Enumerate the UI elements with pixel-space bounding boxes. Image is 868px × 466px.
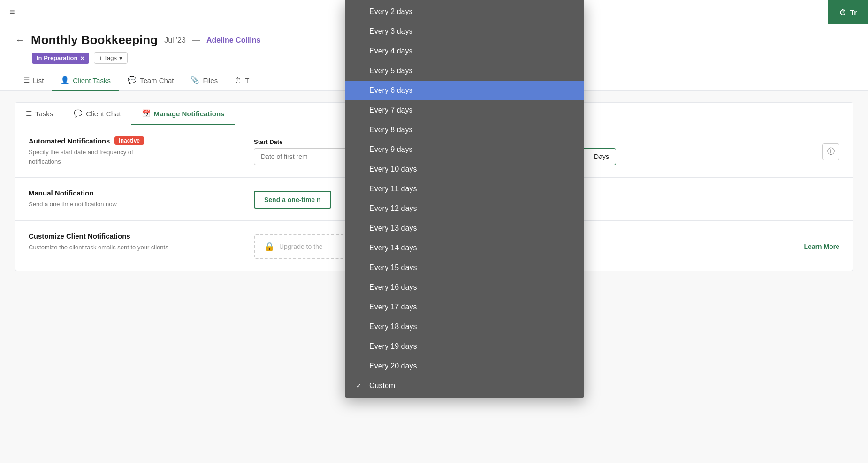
client-name: Adeline Collins (206, 36, 261, 45)
tab-files-label: Files (203, 76, 218, 84)
frequency-dropdown[interactable]: Every 2 daysEvery 3 daysEvery 4 daysEver… (345, 0, 584, 398)
tab-files[interactable]: 📎 Files (182, 70, 226, 91)
sub-tab-client-chat[interactable]: 💬 Client Chat (63, 103, 131, 125)
timer-icon: ⏱ (235, 76, 242, 84)
tab-timer[interactable]: ⏱ T (226, 70, 258, 91)
dropdown-item-18[interactable]: Every 20 days (345, 356, 584, 376)
dropdown-item-6[interactable]: Every 8 days (345, 120, 584, 140)
dropdown-item-11[interactable]: Every 13 days (345, 218, 584, 238)
dropdown-item-15[interactable]: Every 17 days (345, 297, 584, 317)
tags-button[interactable]: + Tags ▾ (94, 52, 128, 64)
dropdown-item-label: Every 17 days (369, 303, 417, 311)
sub-tab-tasks-label: Tasks (35, 110, 53, 118)
dropdown-item-label: Every 2 days (369, 8, 412, 16)
hamburger-icon[interactable]: ≡ (9, 7, 15, 17)
dropdown-item-label: Every 7 days (369, 106, 412, 114)
dropdown-item-13[interactable]: Every 15 days (345, 258, 584, 278)
every-unit-selector[interactable]: Days (587, 148, 616, 165)
chat-icon: 💬 (128, 76, 137, 84)
sub-tab-client-chat-label: Client Chat (86, 110, 121, 118)
automated-title: Automated Notifications (29, 137, 110, 145)
tab-team-chat-label: Team Chat (140, 76, 174, 84)
dropdown-item-label: Every 19 days (369, 342, 417, 351)
automated-left: Automated Notifications Inactive Specify… (29, 136, 254, 166)
start-date-group: Start Date (254, 138, 348, 165)
dropdown-item-12[interactable]: Every 14 days (345, 238, 584, 258)
tab-list-label: List (33, 76, 44, 84)
start-date-label: Start Date (254, 138, 348, 145)
dropdown-item-2[interactable]: Every 4 days (345, 41, 584, 61)
dropdown-item-4[interactable]: Every 6 days (345, 81, 584, 100)
dropdown-item-label: Every 4 days (369, 47, 412, 55)
dropdown-item-label: Custom (369, 382, 395, 390)
dropdown-item-label: Every 12 days (369, 204, 417, 213)
sub-tab-tasks[interactable]: ☰ Tasks (15, 103, 63, 125)
dropdown-item-label: Every 14 days (369, 244, 417, 252)
dropdown-item-3[interactable]: Every 5 days (345, 61, 584, 81)
sub-tab-manage-notifications-label: Manage Notifications (154, 110, 225, 118)
tracker-label: Tr (850, 8, 857, 16)
status-badge[interactable]: In Preparation × (32, 53, 89, 64)
start-date-input[interactable] (254, 148, 348, 165)
tags-label: + Tags (99, 54, 117, 61)
calendar-icon: 📅 (142, 109, 151, 118)
customize-desc: Customize the client task emails sent to… (29, 243, 254, 252)
dropdown-item-0[interactable]: Every 2 days (345, 2, 584, 22)
dropdown-item-label: Every 16 days (369, 283, 417, 292)
dropdown-item-16[interactable]: Every 18 days (345, 317, 584, 337)
dropdown-item-label: Every 6 days (369, 86, 412, 95)
dropdown-item-1[interactable]: Every 3 days (345, 22, 584, 41)
dropdown-item-9[interactable]: Every 11 days (345, 179, 584, 199)
tasks-icon: ☰ (26, 109, 32, 118)
tracker-button[interactable]: ⏱ Tr (828, 0, 868, 24)
paperclip-icon: 📎 (190, 76, 199, 84)
dropdown-item-label: Every 9 days (369, 145, 412, 154)
tab-client-tasks-label: Client Tasks (73, 76, 111, 84)
dropdown-item-label: Every 8 days (369, 126, 412, 134)
dropdown-item-7[interactable]: Every 9 days (345, 140, 584, 159)
automated-title-row: Automated Notifications Inactive (29, 136, 254, 145)
inactive-badge: Inactive (114, 136, 144, 145)
tab-team-chat[interactable]: 💬 Team Chat (119, 70, 183, 91)
tab-list[interactable]: ☰ List (15, 70, 52, 91)
dropdown-item-label: Every 20 days (369, 362, 417, 370)
clock-icon: ⏱ (839, 8, 846, 16)
send-notification-button[interactable]: Send a one-time n (254, 191, 331, 209)
dropdown-item-label: Every 15 days (369, 263, 417, 272)
chevron-down-icon: ▾ (119, 54, 122, 61)
customize-title-row: Customize Client Notifications (29, 232, 254, 240)
dropdown-item-label: Every 10 days (369, 165, 417, 173)
automated-desc: Specify the start date and frequency of … (29, 148, 254, 166)
sub-tab-manage-notifications[interactable]: 📅 Manage Notifications (131, 103, 235, 125)
lock-icon: 🔒 (264, 241, 274, 252)
dropdown-item-8[interactable]: Every 10 days (345, 159, 584, 179)
dropdown-item-19[interactable]: ✓Custom (345, 376, 584, 396)
manual-title-row: Manual Notification (29, 189, 254, 197)
dropdown-item-17[interactable]: Every 19 days (345, 337, 584, 356)
page-title: Monthly Bookkeeping (31, 33, 158, 47)
dropdown-item-label: Every 3 days (369, 27, 412, 36)
dropdown-item-label: Every 13 days (369, 224, 417, 233)
back-button[interactable]: ← (15, 35, 24, 45)
date-range: Jul '23 (164, 36, 186, 45)
manual-desc: Send a one time notification now (29, 200, 254, 209)
tab-timer-label: T (245, 76, 249, 84)
list-icon: ☰ (23, 76, 30, 84)
manual-title: Manual Notification (29, 189, 93, 197)
status-label: In Preparation (37, 54, 77, 61)
dash-separator: — (192, 36, 200, 45)
customize-title: Customize Client Notifications (29, 232, 130, 240)
info-button[interactable]: ⓘ (822, 143, 839, 160)
manual-left: Manual Notification Send a one time noti… (29, 189, 254, 209)
client-chat-icon: 💬 (74, 109, 83, 118)
dropdown-item-label: Every 5 days (369, 67, 412, 75)
dropdown-item-label: Every 18 days (369, 323, 417, 331)
upgrade-text: Upgrade to the (279, 243, 323, 250)
dropdown-item-5[interactable]: Every 7 days (345, 100, 584, 120)
check-icon: ✓ (356, 382, 365, 390)
dropdown-item-14[interactable]: Every 16 days (345, 278, 584, 297)
tab-client-tasks[interactable]: 👤 Client Tasks (52, 70, 119, 91)
learn-more-link[interactable]: Learn More (804, 243, 839, 250)
status-remove-icon[interactable]: × (80, 54, 84, 62)
dropdown-item-10[interactable]: Every 12 days (345, 199, 584, 218)
